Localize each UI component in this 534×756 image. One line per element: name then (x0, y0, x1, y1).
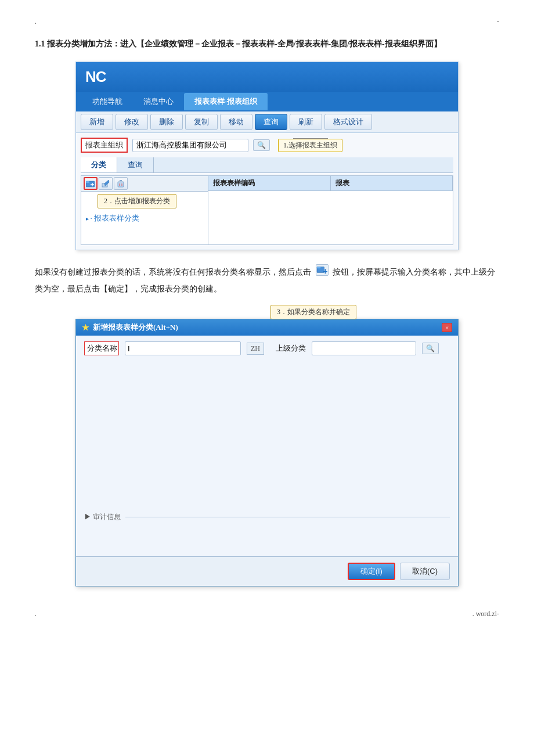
body-text-1: 如果没有创建过报表分类的话，系统将没有任何报表分类名称显示，然后点击 (35, 268, 311, 276)
filter-input[interactable] (132, 139, 248, 152)
delete-category-btn[interactable] (114, 177, 128, 190)
btn-edit[interactable]: 修改 (116, 114, 148, 130)
header-right: - (497, 17, 499, 26)
field-input-parent[interactable] (312, 341, 416, 355)
nc-right-panel: 报表表样编码 报表 (208, 175, 453, 245)
footer-left: . (35, 610, 37, 618)
nc-table-area: 2．点击增加报表分类 · 报表表样分类 报表表样编码 报表 (81, 175, 453, 245)
nc-navbar: 功能导航 消息中心 报表表样-报表组织 (76, 92, 458, 111)
btn-format[interactable]: 格式设计 (324, 114, 372, 130)
btn-refresh[interactable]: 刷新 (290, 114, 322, 130)
btn-copy[interactable]: 复制 (185, 114, 218, 130)
svg-rect-1 (86, 181, 89, 183)
annotation-2: 2．点击增加报表分类 (98, 194, 176, 208)
dialog-fields-row: 分类名称 ZH 上级分类 🔍 (84, 341, 450, 355)
field-input-category-name[interactable] (125, 341, 241, 355)
annotation-3: 3．如果分类名称并确定 (270, 305, 356, 319)
intro-heading: 1.1 报表分类增加方法：进入【企业绩效管理－企业报表－报表表样-全局/报表表样… (35, 37, 499, 51)
edit-category-btn[interactable] (99, 177, 113, 190)
btn-delete[interactable]: 删除 (150, 114, 183, 130)
annotation-1: 1.选择报表主组织 (278, 139, 342, 152)
nav-item-messages[interactable]: 消息中心 (133, 93, 184, 110)
field-label-category-name: 分类名称 (84, 341, 119, 355)
dialog-footer: 确定(I) 取消(C) (76, 556, 458, 586)
nc-content: 报表主组织 🔍 1.选择报表主组织 分类 查询 (76, 133, 458, 250)
ok-button[interactable]: 确定(I) (348, 563, 395, 580)
doc-header: . - (35, 17, 499, 26)
filter-search-btn[interactable]: 🔍 (253, 139, 270, 151)
btn-move[interactable]: 移动 (220, 114, 252, 130)
doc-footer: . . word.zl- (35, 610, 499, 618)
dialog-empty-area (84, 361, 450, 512)
btn-query[interactable]: 查询 (255, 114, 287, 130)
svg-rect-6 (118, 182, 124, 187)
field-label-parent: 上级分类 (276, 343, 306, 354)
dialog-title-icon: ★ (82, 323, 89, 333)
dialog-title: ★ 新增报表表样分类(Alt+N) (82, 322, 178, 333)
audit-divider (125, 517, 450, 517)
dialog-title-text: 新增报表表样分类(Alt+N) (93, 322, 178, 333)
add-category-btn[interactable] (84, 177, 98, 190)
filter-label: 报表主组织 (81, 138, 128, 153)
nav-item-functions[interactable]: 功能导航 (82, 93, 133, 110)
tab-classify[interactable]: 分类 (81, 157, 117, 172)
left-panel-toolbar (81, 176, 208, 192)
nc-app-window: NC 功能导航 消息中心 报表表样-报表组织 新增 修改 删除 复制 移动 查询… (75, 62, 459, 250)
tab-query[interactable]: 查询 (117, 157, 154, 172)
cancel-button[interactable]: 取消(C) (400, 563, 450, 580)
nc-toolbar: 新增 修改 删除 复制 移动 查询 刷新 格式设计 (76, 111, 458, 133)
parent-search-btn[interactable]: 🔍 (422, 343, 439, 354)
nc-tabs: 分类 查询 (81, 157, 453, 173)
dialog-titlebar: ★ 新增报表表样分类(Alt+N) × (76, 319, 458, 336)
tree-item-classify[interactable]: · 报表表样分类 (81, 211, 208, 226)
th-report: 报表 (331, 176, 453, 190)
nc-left-panel: 2．点击增加报表分类 · 报表表样分类 (81, 175, 208, 245)
nav-item-report[interactable]: 报表表样-报表组织 (184, 93, 268, 110)
nc-logo: NC (85, 68, 106, 86)
nc-titlebar: NC (76, 62, 458, 92)
th-code: 报表表样编码 (208, 176, 331, 190)
btn-new[interactable]: 新增 (81, 114, 113, 130)
svg-rect-11 (317, 267, 320, 269)
dialog-close-btn[interactable]: × (442, 323, 452, 332)
dialog-window: ★ 新增报表表样分类(Alt+N) × 分类名称 ZH 上级分类 🔍 ▶ 审计信… (75, 319, 459, 586)
header-left: . (35, 17, 37, 26)
body-text-para: 如果没有创建过报表分类的话，系统将没有任何报表分类名称显示，然后点击 按钮，按屏… (35, 264, 499, 297)
footer-right: . word.zl- (472, 610, 499, 618)
dialog-container: 3．如果分类名称并确定 ★ 新增报表表样分类(Alt+N) × 分类名称 ZH … (75, 305, 459, 586)
table-header: 报表表样编码 报表 (208, 176, 453, 191)
dialog-body: 分类名称 ZH 上级分类 🔍 ▶ 审计信息 (76, 336, 458, 556)
field-input-zh: ZH (247, 343, 264, 355)
audit-label: ▶ 审计信息 (84, 512, 121, 522)
